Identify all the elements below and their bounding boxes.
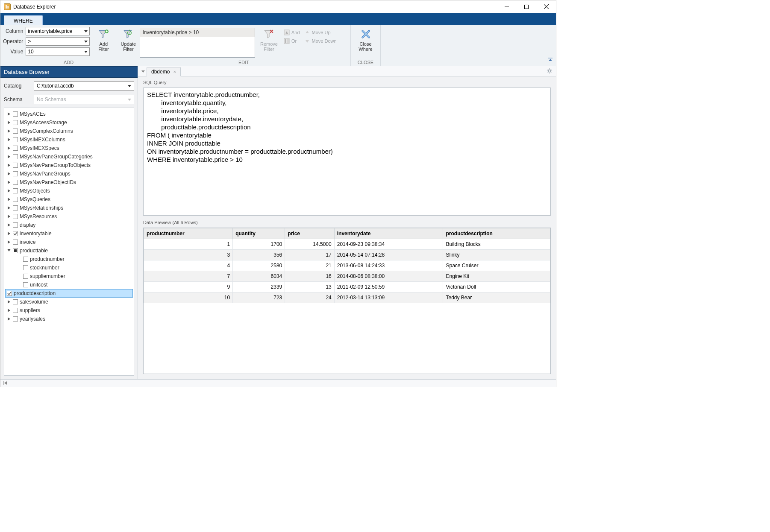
column-header[interactable]: quantity	[233, 228, 285, 239]
ribbon-tab-where[interactable]: WHERE	[4, 15, 43, 26]
checkbox-icon[interactable]	[13, 299, 18, 304]
sql-textarea[interactable]: SELECT inventorytable.productnumber, inv…	[143, 88, 551, 216]
svg-marker-35	[8, 232, 10, 235]
tree-table-node[interactable]: suppliers	[5, 306, 133, 315]
tree-table-node[interactable]: inventorytable	[5, 229, 133, 238]
tree-table-node[interactable]: salesvolume	[5, 298, 133, 306]
funnel-refresh-icon	[123, 29, 134, 40]
tree-table-node[interactable]: MSysQueries	[5, 195, 133, 204]
tree-table-node[interactable]: MSysComplexColumns	[5, 127, 133, 135]
table-row[interactable]: 1170014.50002014-09-23 09:38:34Building …	[144, 239, 550, 250]
checkbox-icon[interactable]	[23, 265, 28, 270]
tree-table-node[interactable]: MSysIMEXSpecs	[5, 144, 133, 152]
move-up-button[interactable]: Move Up	[303, 29, 338, 36]
table-row[interactable]: 92339132011-02-09 12:50:59Victorian Doll	[144, 282, 550, 292]
or-button[interactable]: Or	[283, 37, 301, 45]
add-filter-button[interactable]: Add Filter	[92, 27, 115, 52]
checkbox-icon[interactable]	[13, 111, 18, 117]
checkbox-icon[interactable]	[13, 214, 18, 219]
collapse-ribbon-icon[interactable]	[547, 57, 553, 64]
filter-row[interactable]: inventorytable.price > 10	[140, 28, 255, 37]
update-filter-button[interactable]: Update Filter	[117, 27, 139, 52]
gear-icon[interactable]	[547, 68, 553, 75]
checkbox-icon[interactable]	[13, 240, 18, 245]
tree-table-node[interactable]: MSysACEs	[5, 110, 133, 118]
maximize-button[interactable]	[517, 0, 536, 13]
tree-table-node[interactable]: invoice	[5, 238, 133, 246]
remove-filter-button[interactable]: Remove Filter	[258, 27, 280, 52]
column-header[interactable]: productdescription	[443, 228, 550, 239]
doc-tabstrip: dbdemo ×	[138, 66, 556, 76]
tree-table-node[interactable]: MSysRelationships	[5, 204, 133, 212]
close-where-button[interactable]: Close Where	[355, 27, 377, 52]
checkbox-icon[interactable]	[23, 274, 28, 279]
checkbox-icon[interactable]	[13, 120, 18, 125]
checkbox-icon[interactable]	[13, 316, 18, 322]
chevron-down-icon[interactable]	[141, 68, 145, 74]
checkbox-icon[interactable]	[13, 205, 18, 210]
table-row[interactable]: 10723242012-03-14 13:13:09Teddy Bear	[144, 292, 550, 303]
checkbox-icon[interactable]	[13, 308, 18, 313]
move-down-button[interactable]: Move Down	[303, 37, 338, 45]
tree-table-node[interactable]: MSysObjects	[5, 187, 133, 195]
tree-table-node[interactable]: MSysAccessStorage	[5, 118, 133, 127]
column-header[interactable]: inventorydate	[334, 228, 443, 239]
tree-column-node[interactable]: productnumber	[5, 255, 133, 263]
checkbox-icon[interactable]	[13, 248, 18, 253]
cell: Building Blocks	[443, 239, 550, 250]
checkbox-icon[interactable]	[13, 154, 18, 159]
checkbox-icon[interactable]	[13, 163, 18, 168]
table-row[interactable]: 42580212013-06-08 14:24:33Space Cruiser	[144, 260, 550, 271]
tree-table-node[interactable]: MSysNavPaneObjectIDs	[5, 178, 133, 187]
checkbox-icon[interactable]	[13, 222, 18, 228]
checkbox-icon[interactable]	[13, 137, 18, 142]
tree-table-node[interactable]: MSysIMEXColumns	[5, 135, 133, 144]
checkbox-icon[interactable]	[13, 231, 18, 236]
close-tab-icon[interactable]: ×	[173, 69, 176, 74]
tree-table-node[interactable]: MSysResources	[5, 212, 133, 221]
tree-column-node[interactable]: stocknumber	[5, 263, 133, 272]
checkbox-icon[interactable]	[13, 188, 18, 193]
minimize-button[interactable]	[497, 0, 517, 13]
doc-tab-dbdemo[interactable]: dbdemo ×	[147, 67, 181, 76]
tree-column-node[interactable]: productdescription	[5, 289, 133, 298]
checkbox-icon[interactable]	[13, 197, 18, 202]
table-row[interactable]: 76034162014-08-06 08:38:00Engine Kit	[144, 271, 550, 282]
filter-list[interactable]: inventorytable.price > 10	[140, 28, 255, 58]
column-header[interactable]: price	[285, 228, 334, 239]
tree-table-node[interactable]: MSysNavPaneGroups	[5, 170, 133, 178]
checkbox-icon[interactable]	[23, 257, 28, 262]
table-tree[interactable]: MSysACEsMSysAccessStorageMSysComplexColu…	[4, 108, 134, 376]
checkbox-icon[interactable]	[23, 282, 28, 287]
schema-select[interactable]: No Schemas	[34, 95, 134, 104]
tree-table-node[interactable]: MSysNavPaneGroupCategories	[5, 152, 133, 161]
and-button[interactable]: &And	[283, 29, 301, 36]
column-label: Column	[3, 28, 23, 34]
tree-column-node[interactable]: suppliernumber	[5, 272, 133, 281]
value-input[interactable]: 10	[26, 47, 90, 56]
checkbox-icon[interactable]	[13, 171, 18, 176]
tree-table-node[interactable]: display	[5, 221, 133, 229]
tree-column-node[interactable]: unitcost	[5, 281, 133, 289]
close-button[interactable]	[536, 0, 556, 13]
table-row[interactable]: 3356172014-05-14 07:14:28Slinky	[144, 250, 550, 260]
data-preview-table[interactable]: productnumberquantitypriceinventorydatep…	[143, 228, 551, 374]
checkbox-icon[interactable]	[13, 129, 18, 134]
checkbox-icon[interactable]	[13, 146, 18, 151]
operator-select[interactable]: >	[26, 37, 90, 46]
tree-table-node[interactable]: yearlysales	[5, 315, 133, 323]
statusbar	[0, 379, 556, 387]
ribbon-section-close-label: CLOSE	[353, 59, 378, 65]
tree-table-node[interactable]: producttable	[5, 246, 133, 255]
ribbon-section-add: Column inventorytable.price Operator > V…	[0, 25, 137, 66]
rewind-icon[interactable]	[3, 380, 7, 386]
titlebar: Database Explorer	[0, 0, 556, 13]
column-header[interactable]: productnumber	[144, 228, 233, 239]
cell: 2014-08-06 08:38:00	[334, 271, 443, 282]
checkbox-icon[interactable]	[7, 291, 12, 296]
column-select[interactable]: inventorytable.price	[26, 27, 90, 35]
catalog-select[interactable]: C:\tutorial.accdb	[34, 81, 134, 91]
sql-label: SQL Query	[143, 80, 551, 85]
checkbox-icon[interactable]	[13, 180, 18, 185]
tree-table-node[interactable]: MSysNavPaneGroupToObjects	[5, 161, 133, 170]
